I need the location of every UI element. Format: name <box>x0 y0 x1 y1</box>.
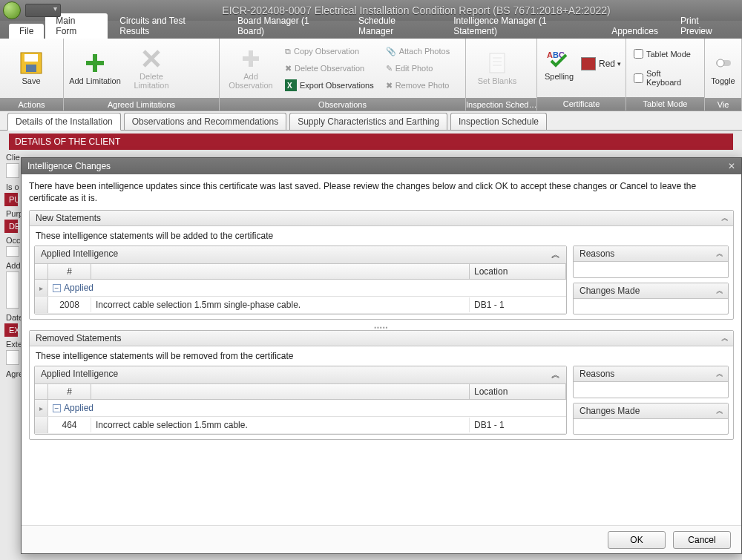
row-loc: DB1 - 1 <box>470 418 566 432</box>
col-hash[interactable]: # <box>48 384 91 399</box>
group-row-applied[interactable]: ▸ −Applied <box>35 280 566 297</box>
row-selector-icon[interactable]: ▸ <box>35 280 48 296</box>
grid-title: Applied Intelligence <box>41 369 118 381</box>
new-statements-subtext: These intelligence statements will be ad… <box>30 226 733 246</box>
new-applied-intelligence-grid: Applied Intelligence︽ # Location ▸ −Appl… <box>34 246 567 314</box>
grid-title: Applied Intelligence <box>41 248 118 261</box>
row-selector-icon[interactable]: ▸ <box>35 400 48 416</box>
collapse-group-icon[interactable]: − <box>53 404 61 412</box>
col-location[interactable]: Location <box>470 384 566 399</box>
collapse-icon: ︽ <box>721 213 727 223</box>
new-statements-header[interactable]: New Statements︽ <box>30 211 733 226</box>
removed-applied-intelligence-grid: Applied Intelligence︽ # Location ▸ −Appl… <box>34 366 567 435</box>
col-location[interactable]: Location <box>470 264 566 279</box>
new-statements-panel: New Statements︽ These intelligence state… <box>29 210 734 320</box>
row-num: 464 <box>48 418 91 432</box>
collapse-group-icon[interactable]: − <box>53 284 61 292</box>
col-hash[interactable]: # <box>48 264 91 279</box>
collapse-icon[interactable]: ︽ <box>551 248 560 261</box>
row-num: 2008 <box>48 297 91 312</box>
removed-statements-header[interactable]: Removed Statements︽ <box>30 331 733 346</box>
row-desc: Incorrect cable selection 1.5mm single-p… <box>91 297 470 312</box>
new-changes-made-box: Changes Made︽ <box>573 283 729 315</box>
cancel-button[interactable]: Cancel <box>673 531 731 549</box>
dialog-message: There have been intelligence updates sin… <box>29 180 734 204</box>
collapse-icon[interactable]: ︽ <box>551 369 560 381</box>
row-loc: DB1 - 1 <box>470 297 566 312</box>
ok-button[interactable]: OK <box>608 531 666 549</box>
splitter[interactable]: ▪▪▪▪▪ <box>29 324 734 330</box>
collapse-icon[interactable]: ︽ <box>716 286 722 296</box>
table-row[interactable]: 464 Incorrect cable selection 1.5mm cabl… <box>35 417 566 434</box>
intelligence-changes-dialog: Intelligence Changes ✕ There have been i… <box>21 157 742 554</box>
new-reasons-box: Reasons︽ <box>573 246 729 278</box>
dialog-titlebar[interactable]: Intelligence Changes ✕ <box>22 158 741 174</box>
group-row-applied[interactable]: ▸ −Applied <box>35 400 566 417</box>
removed-reasons-box: Reasons︽ <box>573 366 729 398</box>
collapse-icon[interactable]: ︽ <box>716 406 722 416</box>
row-desc: Incorrect cable selection 1.5mm cable. <box>91 418 470 432</box>
removed-changes-made-box: Changes Made︽ <box>573 403 729 435</box>
removed-statements-panel: Removed Statements︽ These intelligence s… <box>29 330 734 440</box>
collapse-icon: ︽ <box>721 333 727 343</box>
close-icon[interactable]: ✕ <box>728 161 735 171</box>
removed-statements-subtext: These intelligence statements will be re… <box>30 346 733 366</box>
table-row[interactable]: 2008 Incorrect cable selection 1.5mm sin… <box>35 297 566 314</box>
collapse-icon[interactable]: ︽ <box>716 248 722 259</box>
dialog-title-text: Intelligence Changes <box>27 161 111 171</box>
collapse-icon[interactable]: ︽ <box>716 369 722 379</box>
